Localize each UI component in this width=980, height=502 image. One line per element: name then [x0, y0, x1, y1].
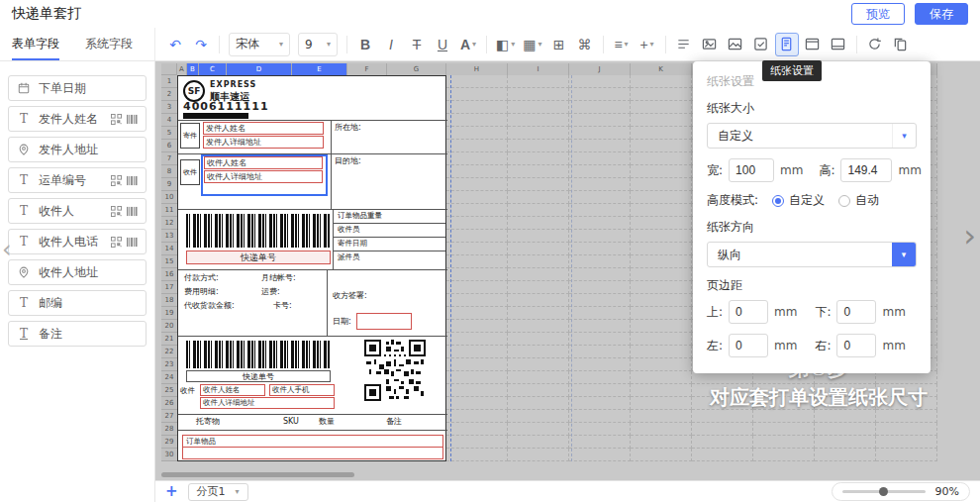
grid-cell[interactable]	[508, 371, 569, 384]
insert-button[interactable]: +▾	[636, 33, 659, 56]
grid-cell[interactable]	[446, 281, 508, 294]
grid-cell[interactable]	[446, 114, 508, 127]
grid-cell[interactable]	[446, 384, 508, 397]
grid-row-header[interactable]: 10	[161, 191, 177, 204]
grid-cell[interactable]	[446, 178, 508, 191]
font-color-button[interactable]: A▾	[456, 33, 480, 56]
grid-cell[interactable]	[631, 371, 692, 384]
grid-row-header[interactable]: 9	[161, 178, 177, 191]
grid-row-header[interactable]: 24	[161, 371, 177, 384]
grid-cell[interactable]	[569, 307, 631, 320]
grid-cell[interactable]	[631, 191, 692, 204]
grid-row-header[interactable]: 14	[161, 243, 177, 255]
grid-row-header[interactable]: 17	[161, 281, 177, 294]
grid-corner[interactable]	[161, 63, 177, 75]
grid-cell[interactable]	[631, 281, 692, 294]
grid-cell[interactable]	[569, 165, 631, 178]
grid-cell[interactable]	[508, 114, 569, 127]
grid-cell[interactable]	[508, 101, 569, 114]
grid-cell[interactable]	[446, 152, 508, 165]
merge-cells-button[interactable]: ⊞	[547, 33, 571, 56]
bold-button[interactable]: B	[353, 33, 377, 56]
grid-cell[interactable]	[631, 75, 692, 88]
field-item-remark[interactable]: T 备注	[8, 321, 147, 347]
grid-cell[interactable]	[692, 449, 753, 461]
grid-cell[interactable]	[631, 101, 692, 114]
grid-cell[interactable]	[508, 191, 569, 204]
grid-col-header[interactable]: B	[187, 63, 199, 75]
grid-row-header[interactable]: 7	[161, 152, 177, 165]
grid-cell[interactable]	[569, 423, 631, 436]
grid-row-header[interactable]: 23	[161, 358, 177, 371]
grid-cell[interactable]	[446, 255, 508, 268]
grid-cell[interactable]	[631, 320, 692, 333]
field-item-recipient[interactable]: T 收件人	[8, 198, 147, 224]
grid-row-header[interactable]: 26	[161, 397, 177, 410]
grid-cell[interactable]	[631, 140, 692, 152]
field-item-waybill-no[interactable]: T 运单编号	[8, 167, 147, 193]
grid-col-header[interactable]: C	[199, 63, 227, 75]
field-item-sender-name[interactable]: T 发件人姓名	[8, 106, 147, 132]
grid-cell[interactable]	[508, 165, 569, 178]
grid-cell[interactable]	[446, 230, 508, 243]
grid-row-header[interactable]: 21	[161, 333, 177, 346]
grid-row-header[interactable]: 3	[161, 101, 177, 114]
grid-cell[interactable]	[508, 127, 569, 140]
preview-button[interactable]: 预览	[851, 3, 905, 25]
redo-button[interactable]: ↷	[189, 33, 213, 56]
grid-cell[interactable]	[446, 217, 508, 230]
recipient-address-field[interactable]: 收件人详细地址	[204, 170, 323, 183]
paper-width-input[interactable]	[729, 158, 774, 182]
grid-cell[interactable]	[508, 281, 569, 294]
grid-cell[interactable]	[569, 140, 631, 152]
grid-col-header[interactable]: F	[347, 63, 387, 75]
grid-row-header[interactable]: 4	[161, 114, 177, 127]
font-size-select[interactable]: 9 ▾	[298, 33, 338, 56]
grid-cell[interactable]	[446, 449, 508, 461]
grid-row-header[interactable]: 5	[161, 127, 177, 140]
grid-cell[interactable]	[508, 320, 569, 333]
grid-cell[interactable]	[446, 101, 508, 114]
grid-cell[interactable]	[631, 333, 692, 346]
align-button[interactable]: ≡▾	[610, 33, 634, 56]
field-item-recipient-phone[interactable]: T 收件人电话	[8, 229, 147, 254]
grid-cell[interactable]	[753, 436, 815, 449]
grid-row-header[interactable]: 15	[161, 255, 177, 268]
grid-cell[interactable]	[569, 371, 631, 384]
grid-cell[interactable]	[508, 423, 569, 436]
checkbox-tool-button[interactable]	[749, 33, 773, 56]
barcode-icon[interactable]	[127, 175, 138, 186]
grid-cell[interactable]	[508, 255, 569, 268]
grid-cell[interactable]	[569, 230, 631, 243]
grid-cell[interactable]	[569, 75, 631, 88]
grid-cell[interactable]	[508, 384, 569, 397]
grid-row-header[interactable]: 27	[161, 410, 177, 423]
page-footer-button[interactable]	[827, 33, 850, 56]
grid-row-header[interactable]: 13	[161, 230, 177, 243]
grid-cell[interactable]	[631, 165, 692, 178]
grid-row-header[interactable]: 20	[161, 320, 177, 333]
grid-cell[interactable]	[569, 114, 631, 127]
grid-cell[interactable]	[508, 410, 569, 423]
grid-cell[interactable]	[631, 217, 692, 230]
grid-cell[interactable]	[446, 346, 508, 358]
insert-image-button[interactable]	[698, 33, 722, 56]
grid-cell[interactable]	[508, 140, 569, 152]
grid-cell[interactable]	[446, 88, 508, 101]
grid-cell[interactable]	[631, 307, 692, 320]
zoom-slider-thumb[interactable]	[879, 487, 888, 496]
qrcode-icon[interactable]	[111, 175, 122, 186]
copy-button[interactable]	[889, 33, 913, 56]
grid-cell[interactable]	[569, 191, 631, 204]
paper-settings-button[interactable]	[775, 33, 799, 56]
grid-cell[interactable]	[508, 217, 569, 230]
barcode-icon[interactable]	[127, 114, 138, 125]
grid-cell[interactable]	[631, 294, 692, 307]
clear-format-button[interactable]: ⌘	[573, 33, 597, 56]
qrcode-icon[interactable]	[111, 206, 122, 217]
font-family-select[interactable]: 宋体 ▾	[229, 33, 290, 56]
paper-direction-select[interactable]: 纵向 ▾	[707, 242, 917, 267]
waybill-barcode-2[interactable]	[186, 341, 331, 368]
grid-cell[interactable]	[631, 178, 692, 191]
grid-col-header[interactable]: H	[446, 63, 508, 75]
